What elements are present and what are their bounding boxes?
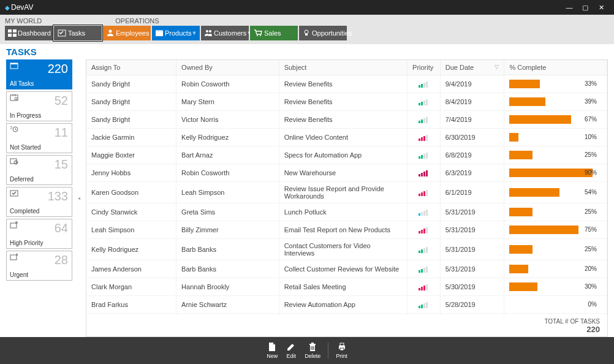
table-row[interactable]: Jackie GarminKelly RodriguezOnline Video… xyxy=(86,129,607,146)
cell-assign: Maggie Boxter xyxy=(86,146,176,164)
svg-point-12 xyxy=(305,30,308,34)
cell-due: 6/8/2019 xyxy=(440,146,504,164)
window-maximize-button[interactable]: ▢ xyxy=(577,4,593,12)
cell-complete: 39% xyxy=(504,93,607,111)
cell-owned: Mary Stern xyxy=(176,93,279,111)
tile-count: 11 xyxy=(55,126,68,140)
cell-assign: Clark Morgan xyxy=(86,278,176,296)
separator xyxy=(328,343,328,358)
cell-due: 7/4/2019 xyxy=(440,111,504,129)
table-row[interactable]: Jenny HobbsRobin CosworthNew Warehourse6… xyxy=(86,164,607,182)
cell-owned: Leah Simpson xyxy=(176,182,279,203)
cell-priority xyxy=(407,296,441,314)
filter-tile-completed[interactable]: 133Completed xyxy=(6,187,72,217)
high-icon xyxy=(10,221,21,230)
column-header[interactable]: Priority xyxy=(407,60,441,75)
filter-sidebar: 220All Tasks52In Progress11Not Started15… xyxy=(6,59,72,337)
cell-priority xyxy=(407,164,441,182)
filter-tile-deferred[interactable]: 15Deferred xyxy=(6,155,72,185)
priority-icon xyxy=(419,226,428,233)
nav-sales-button[interactable]: Sales xyxy=(250,26,298,40)
tile-count: 28 xyxy=(55,253,68,267)
priority-icon xyxy=(419,169,428,176)
table-row[interactable]: Sandy BrightRobin CosworthReview Benefit… xyxy=(86,75,607,93)
print-button[interactable]: Print xyxy=(333,342,350,359)
column-header[interactable]: Subject xyxy=(279,60,407,75)
svg-point-5 xyxy=(109,30,112,33)
column-header[interactable]: Assign To xyxy=(86,60,176,75)
nav-customers-button[interactable]: Customers▼ xyxy=(201,26,249,40)
nav-opportunities-button[interactable]: Opportunities xyxy=(299,26,347,40)
nav-dashboard-button[interactable]: Dashboard xyxy=(5,26,53,40)
clock-icon xyxy=(10,126,21,134)
sidebar-collapse-handle[interactable]: ◂ xyxy=(77,59,81,337)
priority-icon xyxy=(419,301,428,308)
delete-button[interactable]: Delete xyxy=(302,342,323,359)
cell-assign: Brad Farkus xyxy=(86,296,176,314)
svg-point-11 xyxy=(260,35,261,36)
tile-label: Urgent xyxy=(10,271,69,278)
priority-icon xyxy=(419,151,428,159)
svg-rect-1 xyxy=(13,29,17,32)
chevron-down-icon: ▼ xyxy=(191,30,197,36)
cell-owned: Bart Arnaz xyxy=(176,146,279,164)
priority-icon xyxy=(419,98,428,105)
cell-owned: Billy Zimmer xyxy=(176,221,279,239)
nav-products-button[interactable]: Products▼ xyxy=(152,26,200,40)
new-button[interactable]: New xyxy=(264,342,280,359)
ribbon: MY WORLD OPERATIONS DashboardTasksEmploy… xyxy=(0,15,614,44)
bulb-icon xyxy=(302,29,311,37)
dashboard-icon xyxy=(8,29,17,37)
filter-tile-all-tasks[interactable]: 220All Tasks xyxy=(6,59,72,89)
defer-icon xyxy=(10,157,21,166)
column-header[interactable]: Owned By xyxy=(176,60,279,75)
tile-label: High Priority xyxy=(10,240,69,246)
title-bar: ◆ DevAV — ▢ ✕ xyxy=(0,0,614,15)
nav-employees-button[interactable]: Employees xyxy=(103,26,151,40)
table-row[interactable]: Cindy StanwickGreta SimsLunch Potluck5/3… xyxy=(86,203,607,221)
button-label: Delete xyxy=(305,353,320,359)
priority-icon xyxy=(419,134,428,141)
svg-rect-29 xyxy=(340,343,344,346)
edit-button[interactable]: Edit xyxy=(284,342,298,359)
cell-complete: 25% xyxy=(504,146,607,164)
cell-priority xyxy=(407,111,441,129)
column-header[interactable]: Due Date ▽ xyxy=(440,60,504,75)
cell-assign: Kelly Rodriguez xyxy=(86,239,176,260)
cell-due: 5/31/2019 xyxy=(440,221,504,239)
filter-tile-in-progress[interactable]: 52In Progress xyxy=(6,91,72,121)
progress-icon xyxy=(10,94,21,102)
table-row[interactable]: Karen GoodsonLeah SimpsonReview Issue Re… xyxy=(86,182,607,203)
table-row[interactable]: Leah SimpsonBilly ZimmerEmail Test Repor… xyxy=(86,221,607,239)
window-close-button[interactable]: ✕ xyxy=(593,4,609,12)
tile-count: 52 xyxy=(55,94,68,108)
cell-subject: Collect Customer Reviews for Website xyxy=(279,260,407,278)
svg-rect-13 xyxy=(305,34,308,36)
cell-due: 6/30/2019 xyxy=(440,129,504,146)
cell-complete: 67% xyxy=(504,111,607,129)
nav-tasks-button[interactable]: Tasks xyxy=(54,26,102,40)
table-row[interactable]: Kelly RodriguezBarb BanksContact Custome… xyxy=(86,239,607,260)
column-header[interactable]: % Complete xyxy=(504,60,607,75)
table-row[interactable]: Sandy BrightVictor NorrisReview Benefits… xyxy=(86,111,607,129)
svg-rect-26 xyxy=(309,344,316,345)
table-row[interactable]: Maggie BoxterBart ArnazSpecs for Automat… xyxy=(86,146,607,164)
table-row[interactable]: James AndersonBarb BanksCollect Customer… xyxy=(86,260,607,278)
cell-due: 8/4/2019 xyxy=(440,93,504,111)
cell-assign: Cindy Stanwick xyxy=(86,203,176,221)
svg-rect-7 xyxy=(156,30,163,31)
table-row[interactable]: Brad FarkusArnie SchwartzReview Automati… xyxy=(86,296,607,314)
done-icon xyxy=(10,189,21,198)
cell-complete: 90% xyxy=(504,164,607,182)
svg-point-10 xyxy=(257,35,258,36)
filter-tile-not-started[interactable]: 11Not Started xyxy=(6,123,72,153)
filter-tile-urgent[interactable]: 28Urgent xyxy=(6,251,72,281)
cell-priority xyxy=(407,182,441,203)
cell-due: 5/28/2019 xyxy=(440,296,504,314)
table-row[interactable]: Sandy BrightMary SternReview Benefits8/4… xyxy=(86,93,607,111)
filter-tile-high-priority[interactable]: 64High Priority xyxy=(6,219,72,249)
print-icon xyxy=(337,342,347,353)
svg-rect-2 xyxy=(8,34,12,37)
table-row[interactable]: Clark MorganHannah BrooklyRetail Sales M… xyxy=(86,278,607,296)
window-minimize-button[interactable]: — xyxy=(561,4,577,11)
